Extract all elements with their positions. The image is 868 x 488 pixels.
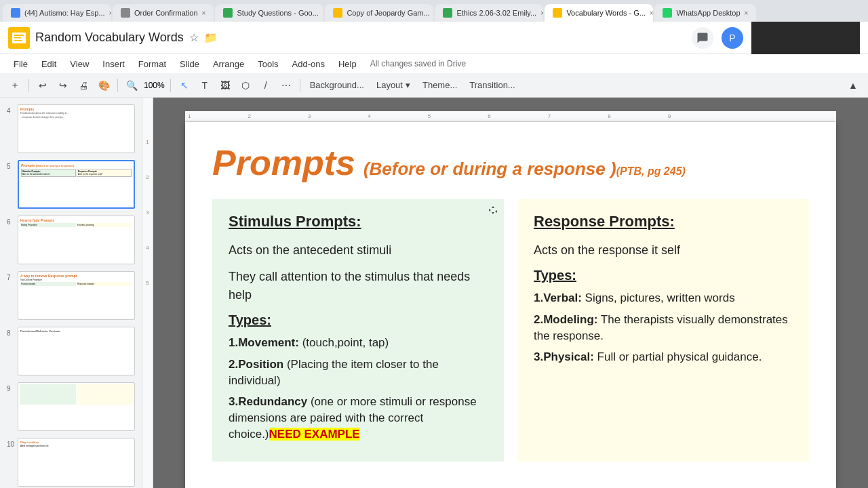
separator3 — [170, 79, 171, 92]
slide-thumb-7[interactable]: 7 A way to remove Response prompt Two Ch… — [5, 270, 136, 321]
tab-favicon — [553, 8, 562, 18]
chevron-down-icon: ▾ — [406, 80, 410, 90]
folder-icon[interactable]: 📁 — [204, 31, 218, 44]
slide-ref: (PTB, pg 245) — [616, 165, 686, 178]
response-heading: Response Prompts: — [534, 213, 793, 230]
separator2 — [117, 79, 118, 92]
stimulus-prompts-col[interactable]: Stimulus Prompts: Acts on the antecedent… — [212, 199, 504, 462]
stimulus-item-1: 1.Movement: (touch,point, tap) — [229, 335, 488, 351]
shape-tool[interactable]: ⬡ — [236, 76, 255, 95]
theme-button[interactable]: Theme... — [417, 76, 462, 95]
tab-favicon — [443, 8, 452, 18]
menu-help[interactable]: Help — [333, 58, 362, 70]
slide-subtitle: (Before or during a response ) — [363, 159, 616, 180]
ruler-left: 1 2 3 4 5 — [142, 98, 153, 488]
slide-thumb-9[interactable]: 9 — [5, 381, 136, 432]
menu-tools[interactable]: Tools — [252, 58, 283, 70]
menu-format[interactable]: Format — [133, 58, 172, 70]
menu-addons[interactable]: Add-ons — [287, 58, 330, 70]
slide-preview-5: Prompts (Before or during a response) St… — [18, 160, 135, 209]
paint-format-button[interactable]: 🎨 — [94, 76, 113, 95]
tab-favicon — [223, 8, 233, 18]
app-header: Random Vocabulary Words ☆ 📁 P — [0, 22, 868, 54]
title-icons: ☆ 📁 — [189, 31, 218, 44]
undo-button[interactable]: ↩ — [33, 76, 52, 95]
response-prompts-col[interactable]: Response Prompts: Acts on the response i… — [517, 199, 809, 462]
tab-favicon — [663, 8, 672, 18]
tab-whatsapp[interactable]: WhatsApp Desktop × — [654, 4, 756, 22]
menu-file[interactable]: File — [8, 58, 33, 70]
tab-autismo[interactable]: (44) Autismo: Hay Esp... × — [3, 4, 111, 22]
zoom-level: 100% — [144, 81, 165, 90]
tab-ethics[interactable]: Ethics 2.06-3.02 Emily... × — [435, 4, 543, 22]
header-right: P — [692, 22, 860, 54]
tab-favicon — [121, 8, 130, 18]
move-handle[interactable] — [488, 205, 498, 216]
tab-study[interactable]: Study Questions - Goo... × — [215, 4, 323, 22]
tab-favicon — [333, 8, 342, 18]
menu-insert[interactable]: Insert — [97, 58, 130, 70]
background-button[interactable]: Background... — [304, 76, 370, 95]
layout-button[interactable]: Layout ▾ — [371, 76, 416, 95]
main-area: 4 Prompts Fundamental, about the instruc… — [0, 98, 868, 488]
zoom-out-button[interactable]: 🔍 — [122, 76, 141, 95]
avatar[interactable]: P — [722, 27, 743, 49]
print-button[interactable]: 🖨 — [74, 76, 93, 95]
line-tool[interactable]: / — [256, 76, 275, 95]
stimulus-item-3: 3.Redundancy (one or more stimuli or res… — [229, 394, 488, 442]
stimulus-types-heading: Types: — [229, 312, 488, 328]
browser-tabs: (44) Autismo: Hay Esp... × Order Confirm… — [0, 0, 868, 22]
slide-preview-6: How to fade Prompts Fading Procedure Err… — [18, 216, 135, 264]
slide-canvas: Prompts (Before or during a response ) (… — [185, 122, 836, 488]
response-types-heading: Types: — [534, 268, 793, 283]
collapse-button[interactable]: ▲ — [844, 76, 863, 95]
slide-columns: Stimulus Prompts: Acts on the antecedent… — [212, 199, 809, 462]
response-item-3: 3.Physical: Full or partial physical gui… — [534, 349, 793, 365]
text-tool[interactable]: T — [195, 76, 214, 95]
separator4 — [300, 79, 300, 92]
slide-preview-9 — [18, 382, 135, 431]
tab-order[interactable]: Order Confirmation × — [113, 4, 214, 22]
toolbar-right: ▲ — [844, 76, 863, 95]
slide-heading: Prompts (Before or during a response ) (… — [212, 142, 809, 183]
stimulus-text1: Acts on the antecedent stimuli — [229, 241, 488, 260]
svg-rect-3 — [14, 37, 21, 39]
menu-bar: File Edit View Insert Format Slide Arran… — [0, 54, 868, 73]
slide-thumb-10[interactable]: 10 Play condition Allow contingency and … — [5, 436, 136, 488]
tab-favicon — [11, 8, 20, 18]
slide-preview-10: Play condition Allow contingency and mor… — [18, 438, 135, 487]
slide-panel: 4 Prompts Fundamental, about the instruc… — [0, 98, 142, 488]
tab-vocabulary[interactable]: Vocabulary Words - G... × — [545, 4, 653, 22]
ruler-top: 1 2 3 4 5 6 7 8 9 — [185, 111, 836, 122]
star-icon[interactable]: ☆ — [189, 31, 199, 44]
image-tool[interactable]: 🖼 — [216, 76, 235, 95]
svg-rect-4 — [14, 40, 22, 41]
slide-thumb-5[interactable]: 5 Prompts (Before or during a response) … — [5, 159, 136, 210]
slide-preview-4: Prompts Fundamental, about the instructo… — [18, 104, 135, 153]
stimulus-heading: Stimulus Prompts: — [229, 213, 488, 230]
menu-arrange[interactable]: Arrange — [208, 58, 250, 70]
need-example-highlight: NEED EXAMPLE — [269, 428, 360, 441]
more-tool[interactable]: ⋯ — [277, 76, 296, 95]
menu-edit[interactable]: Edit — [36, 58, 62, 70]
transition-button[interactable]: Transition... — [464, 76, 520, 95]
slides-icon — [8, 27, 30, 49]
response-item-1: 1.Verbal: Signs, pictures, written words — [534, 290, 793, 306]
add-button[interactable]: ＋ — [5, 76, 24, 95]
menu-slide[interactable]: Slide — [174, 58, 205, 70]
toolbar: ＋ ↩ ↪ 🖨 🎨 🔍 100% ↖ T 🖼 ⬡ / ⋯ Background.… — [0, 73, 868, 98]
slide-preview-8: Punishment/Behavior Contrast — [18, 327, 135, 375]
response-text1: Acts on the response it self — [534, 241, 793, 260]
svg-rect-2 — [14, 35, 24, 36]
tab-jeopardy[interactable]: Copy of Jeopardy Gam... × — [325, 4, 433, 22]
response-item-2: 2.Modeling: The therapists visually demo… — [534, 312, 793, 344]
comment-icon[interactable] — [692, 27, 713, 49]
slide-thumb-8[interactable]: 8 Punishment/Behavior Contrast — [5, 325, 136, 377]
webcam-thumbnail — [751, 22, 860, 54]
stimulus-item-2: 2.Position (Placing the item closer to t… — [229, 357, 488, 389]
cursor-tool[interactable]: ↖ — [175, 76, 194, 95]
slide-thumb-4[interactable]: 4 Prompts Fundamental, about the instruc… — [5, 103, 136, 155]
slide-thumb-6[interactable]: 6 How to fade Prompts Fading Procedure E… — [5, 214, 136, 266]
redo-button[interactable]: ↪ — [54, 76, 73, 95]
menu-view[interactable]: View — [64, 58, 94, 70]
